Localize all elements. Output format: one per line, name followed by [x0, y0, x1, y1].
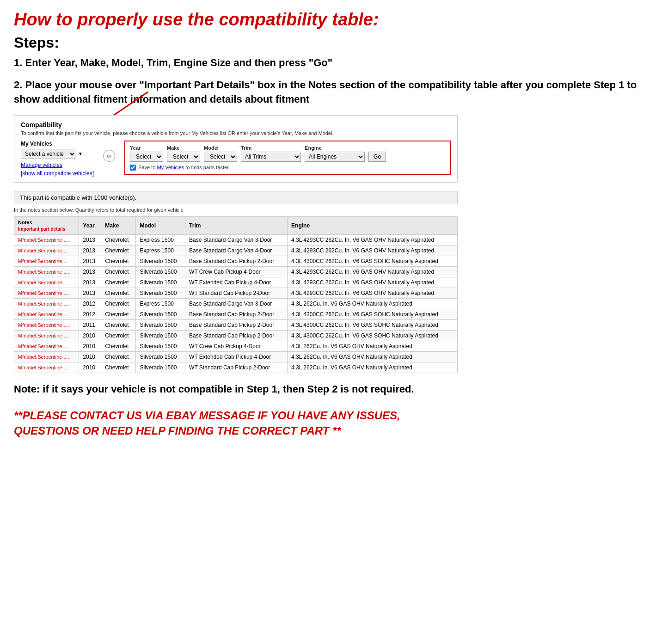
compat-body: My Vehicles Select a vehicle ▼ Manage ve… — [21, 141, 451, 177]
table-row: Mfrlabel:Serpentine ....2011ChevroletSil… — [14, 319, 458, 330]
table-row: Mfrlabel:Serpentine ....2013ChevroletSil… — [14, 266, 458, 277]
notes-cell: Mfrlabel:Serpentine.... — [14, 245, 79, 256]
data-cell: 2013 — [79, 266, 101, 277]
notes-cell: Mfrlabel:Serpentine .... — [14, 288, 79, 298]
data-cell: 4.3L 262Cu. In. V6 GAS OHV Naturally Asp… — [288, 341, 458, 351]
table-row: Mfrlabel:Serpentine....2013ChevroletSilv… — [14, 256, 458, 266]
notes-cell: Mfrlabel:Serpentine.... — [14, 256, 79, 266]
data-cell: WT Standard Cab Pickup 2-Door — [185, 288, 288, 298]
notes-cell: Mfrlabel:Serpentine .... — [14, 351, 79, 362]
data-cell: WT Extended Cab Pickup 4-Door — [185, 351, 288, 362]
engine-select[interactable]: All Engines — [305, 152, 365, 162]
data-cell: Express 1500 — [136, 298, 185, 309]
data-cell: Silverado 1500 — [136, 309, 185, 319]
table-row: Mfrlabel:Serpentine ....2013ChevroletExp… — [14, 234, 458, 245]
data-cell: Chevrolet — [101, 309, 136, 319]
data-cell: Express 1500 — [136, 234, 185, 245]
data-cell: 4.3L 4293CC 262Cu. In. V6 GAS OHV Natura… — [288, 288, 458, 298]
data-cell: 4.3L 4293CC 262Cu. In. V6 GAS OHV Natura… — [288, 245, 458, 256]
col-header-engine: Engine — [288, 216, 458, 234]
table-row: Mfrlabel:Serpentine ....2013ChevroletSil… — [14, 288, 458, 298]
notes-cell: Mfrlabel:Serpentine .... — [14, 330, 79, 341]
compat-info-bar: This part is compatible with 1000 vehicl… — [14, 191, 458, 204]
notes-cell: Mfrlabel:Serpentine .... — [14, 309, 79, 319]
save-checkbox[interactable] — [130, 165, 136, 171]
notes-cell: Mfrlabel:Serpentine .... — [14, 362, 79, 373]
my-vehicles-section: My Vehicles Select a vehicle ▼ Manage ve… — [21, 141, 94, 177]
trim-field: Trim All Trims — [241, 145, 301, 162]
table-row: Mfrlabel:Serpentine ....2010ChevroletSil… — [14, 341, 458, 351]
show-all-link[interactable]: [show all compatible vehicles] — [21, 170, 94, 177]
data-cell: 2012 — [79, 309, 101, 319]
col-header-year: Year — [79, 216, 101, 234]
manage-vehicles-link[interactable]: Manage vehicles — [21, 162, 94, 168]
data-cell: Chevrolet — [101, 234, 136, 245]
compat-wrapper: Compatibility To confirm that this part … — [14, 115, 458, 373]
contact-text: **PLEASE CONTACT US VIA EBAY MESSAGE IF … — [14, 408, 458, 439]
notes-cell: Mfrlabel:Serpentine .... — [14, 266, 79, 277]
data-cell: Base Standard Cargo Van 3-Door — [185, 234, 288, 245]
data-cell: 4.3L 4300CC 262Cu. In. V6 GAS SOHC Natur… — [288, 256, 458, 266]
data-cell: Chevrolet — [101, 330, 136, 341]
trim-select[interactable]: All Trims — [241, 152, 301, 162]
data-cell: 4.3L 4300CC 262Cu. In. V6 GAS SOHC Natur… — [288, 309, 458, 319]
data-cell: Base Standard Cab Pickup 2-Door — [185, 319, 288, 330]
data-cell: Chevrolet — [101, 266, 136, 277]
data-cell: Chevrolet — [101, 245, 136, 256]
notes-cell: Mfrlabel:Serpentine .... — [14, 234, 79, 245]
table-header: Notes Important part details Year Make M… — [14, 216, 458, 234]
data-cell: Chevrolet — [101, 256, 136, 266]
data-cell: 2010 — [79, 351, 101, 362]
or-indicator: or — [103, 150, 115, 162]
data-cell: Silverado 1500 — [136, 256, 185, 266]
data-cell: WT Crew Cab Pickup 4-Door — [185, 266, 288, 277]
data-cell: 2013 — [79, 277, 101, 288]
data-cell: Silverado 1500 — [136, 319, 185, 330]
go-button[interactable]: Go — [368, 152, 386, 162]
engine-label: Engine — [305, 145, 365, 151]
data-cell: Express 1500 — [136, 245, 185, 256]
data-cell: 4.3L 4293CC 262Cu. In. V6 GAS OHV Natura… — [288, 266, 458, 277]
data-cell: Chevrolet — [101, 341, 136, 351]
model-select[interactable]: -Select- — [204, 152, 237, 162]
col-header-trim: Trim — [185, 216, 288, 234]
compat-note: In the notes section below, Quantity ref… — [14, 207, 458, 213]
table-row: Mfrlabel:Serpentine ....2012ChevroletExp… — [14, 298, 458, 309]
make-select[interactable]: -Select- — [167, 152, 200, 162]
table-row: Mfrlabel:Serpentine ....2010ChevroletSil… — [14, 362, 458, 373]
data-cell: 4.3L 262Cu. In. V6 GAS OHV Naturally Asp… — [288, 362, 458, 373]
col-header-notes: Notes Important part details — [14, 216, 79, 234]
year-make-section: Year -Select- Make -Select- Model — [124, 141, 451, 175]
year-select[interactable]: -Select- — [130, 152, 163, 162]
data-cell: 2013 — [79, 245, 101, 256]
data-cell: Silverado 1500 — [136, 277, 185, 288]
data-cell: 2012 — [79, 298, 101, 309]
data-cell: Base Standard Cab Pickup 2-Door — [185, 309, 288, 319]
data-cell: 2010 — [79, 362, 101, 373]
table-body: Mfrlabel:Serpentine ....2013ChevroletExp… — [14, 234, 458, 373]
data-cell: WT Extended Cab Pickup 4-Door — [185, 277, 288, 288]
data-cell: Chevrolet — [101, 277, 136, 288]
data-cell: 2010 — [79, 330, 101, 341]
data-cell: WT Crew Cab Pickup 4-Door — [185, 341, 288, 351]
vehicle-select-dropdown[interactable]: Select a vehicle — [21, 149, 76, 159]
data-cell: 2013 — [79, 288, 101, 298]
data-cell: Silverado 1500 — [136, 351, 185, 362]
engine-field: Engine All Engines — [305, 145, 365, 162]
table-row: Mfrlabel:Serpentine ....2013ChevroletSil… — [14, 277, 458, 288]
year-field: Year -Select- — [130, 145, 163, 162]
ymm-row: Year -Select- Make -Select- Model — [130, 145, 445, 162]
model-label: Model — [204, 145, 237, 151]
data-cell: 2013 — [79, 234, 101, 245]
data-cell: Silverado 1500 — [136, 266, 185, 277]
col-header-make: Make — [101, 216, 136, 234]
my-vehicles-link-inline[interactable]: My Vehicles — [157, 165, 184, 170]
table-header-row: Notes Important part details Year Make M… — [14, 216, 458, 234]
data-cell: 2010 — [79, 341, 101, 351]
notes-cell: Mfrlabel:Serpentine .... — [14, 277, 79, 288]
compat-title: Compatibility — [21, 121, 451, 129]
data-cell: 4.3L 4293CC 262Cu. In. V6 GAS OHV Natura… — [288, 277, 458, 288]
data-cell: 2011 — [79, 319, 101, 330]
notes-cell: Mfrlabel:Serpentine .... — [14, 319, 79, 330]
data-cell: 4.3L 4300CC 262Cu. In. V6 GAS SOHC Natur… — [288, 319, 458, 330]
